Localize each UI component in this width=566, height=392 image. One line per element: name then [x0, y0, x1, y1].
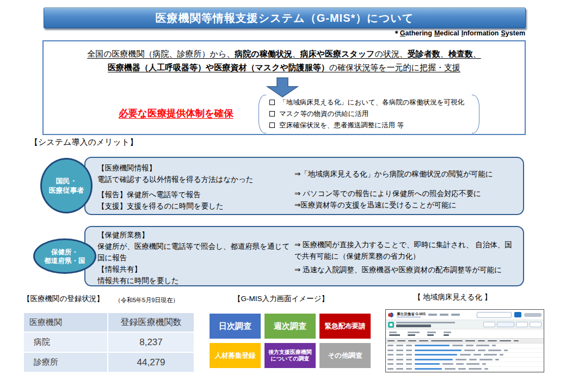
- cell-bar: [488, 350, 501, 351]
- overview-box: 全国の医療機関（病院、診療所）から、病院の稼働状況、病床や医療スタッフの状況、受…: [42, 40, 526, 135]
- table-header-row: 医療機関登録医療機関数: [24, 313, 194, 332]
- gmis-acronym-note: ＊GatheringMedicalInformationSystem: [393, 29, 525, 38]
- cell-bar: [396, 359, 403, 360]
- checklist-text: マスク等の物資の供給に活用: [279, 108, 368, 120]
- cell-bar: [466, 363, 479, 365]
- merit-before-column: 【保健所業務】保健所が、医療機関に電話等で照会し、都道府県を通じて国に報告【情報…: [85, 227, 292, 285]
- cell-bar: [476, 345, 489, 346]
- cell-bar: [469, 368, 482, 370]
- merit-after-column: ⇒ 医療機関が直接入力することで、即時に集計され、 自治体、国で共有可能に（保健…: [292, 227, 523, 285]
- column-header-bar: [500, 340, 511, 342]
- cell-bar: [387, 368, 393, 370]
- actor-label-line: 保健所・: [51, 248, 78, 256]
- checklist-text: 空床確保状況を、患者搬送調整に活用 等: [279, 120, 404, 131]
- cell-bar: [396, 354, 403, 356]
- overview-text-segment: の状況、: [374, 49, 407, 58]
- merit-box-government: 【保健所業務】保健所が、医療機関に電話等で照会し、都道府県を通じて国に報告【情報…: [84, 226, 524, 286]
- registration-heading: 【医療機関の登録状況】: [23, 294, 104, 304]
- acronym-word: Information: [462, 29, 499, 37]
- cell-bar: [442, 363, 453, 365]
- mhlw-logo-icon: [388, 312, 394, 318]
- link-cell-bar: [415, 354, 457, 356]
- overview-description: 全国の医療機関（病院、診療所）から、病院の稼働状況、病床や医療スタッフの状況、受…: [44, 41, 525, 74]
- screenshot-nav-item: [451, 314, 460, 316]
- usage-checklist: 「地域病床見える化」において、各病院の稼働状況を可視化マスク等の物資の供給に活用…: [259, 95, 479, 133]
- overview-text-segment: 、: [440, 49, 448, 58]
- column-header-bar: [397, 340, 405, 342]
- actor-ellipse-government: 保健所・都道府県・国: [33, 238, 96, 274]
- actor-ellipse-citizens: 国民・医療従事者: [40, 158, 93, 213]
- cell-bar: [387, 350, 393, 351]
- cell-bar: [445, 368, 456, 370]
- toolbar-button: [530, 322, 542, 327]
- row-value-cell: 44,279: [108, 353, 194, 372]
- registration-table: 医療機関登録医療機関数病院8,237診療所44,279: [23, 312, 195, 373]
- overview-text-segment: 全国の医療機関（病院、診療所）から、: [87, 49, 235, 58]
- screenshot-filters: [386, 329, 544, 338]
- overview-line-1: 全国の医療機関（病院、診療所）から、病院の稼働状況、病床や医療スタッフの状況、受…: [44, 47, 525, 60]
- row-label-cell: 病院: [24, 333, 107, 352]
- cell-bar: [396, 350, 403, 351]
- cell-bar: [406, 368, 412, 370]
- screenshot-table-row: [386, 358, 544, 363]
- survey-button[interactable]: 人材募集登録: [210, 343, 261, 368]
- cell-bar: [396, 363, 403, 365]
- survey-button[interactable]: 緊急配布要請: [319, 314, 371, 339]
- cell-bar: [460, 354, 471, 356]
- link-cell-bar: [415, 345, 450, 346]
- column-header-bar: [488, 340, 497, 342]
- column-header-bar: [431, 340, 463, 342]
- screenshot-table-row: [386, 362, 544, 367]
- cell-bar: [466, 345, 473, 346]
- cell-bar: [484, 368, 488, 370]
- survey-button[interactable]: その他調査: [319, 343, 371, 368]
- cell-bar: [387, 345, 393, 346]
- screenshot-app-subtitle-bar: [397, 316, 421, 318]
- checkbox-icon: [269, 111, 275, 117]
- survey-button[interactable]: 日次調査: [210, 314, 261, 339]
- cell-bar: [396, 345, 403, 346]
- cell-bar: [484, 354, 497, 356]
- screenshot-app-block: 厚生労働省 G-MIS: [397, 312, 426, 318]
- registration-date: （令和5年5月9日現在）: [115, 296, 179, 304]
- filter-label-bar: [408, 332, 420, 333]
- checklist-item: 空床確保状況を、患者搬送調整に活用 等: [268, 120, 470, 131]
- report-tile-icon: [388, 322, 394, 328]
- merit-before-column: 【医療機関情報】電話で確認する以外情報を得る方法はなかった【報告】保健所へ電話等…: [85, 158, 292, 214]
- cell-bar: [492, 345, 496, 346]
- report-toolbar: [483, 322, 542, 327]
- screenshot-search-button: [514, 312, 521, 317]
- cell-bar: [396, 368, 403, 370]
- cell-bar: [478, 350, 485, 351]
- cell-bar: [456, 363, 464, 365]
- cell-bar: [495, 359, 499, 360]
- screenshot-table-body: [386, 344, 544, 372]
- merit-line: ⇒ 迅速な入院調整、医療機器や医療資材の配布調整等が可能に: [294, 264, 519, 275]
- merit-line: 情報共有に時間を要した: [97, 275, 292, 286]
- screenshot-search-input: [477, 312, 512, 318]
- filter-group: [408, 332, 420, 336]
- cell-bar: [458, 368, 466, 370]
- merit-line: ⇒「地域病床見える化」から病院の稼働状況の閲覧が可能に: [294, 168, 519, 180]
- screenshot-report-bar: [386, 320, 544, 329]
- overview-text-segment: の確保状況等を一元的に把握・支援: [329, 63, 460, 72]
- table-row: 診療所44,279: [24, 353, 194, 372]
- merit-line: 【情報共有】: [97, 264, 292, 275]
- note-words: GatheringMedicalInformationSystem: [400, 29, 525, 37]
- filter-value-bar: [389, 334, 400, 336]
- survey-button[interactable]: 週次調査: [264, 314, 316, 339]
- link-cell-bar: [415, 368, 442, 370]
- cell-bar: [387, 354, 393, 356]
- cell-bar: [406, 354, 412, 356]
- table-header-cell: 医療機関: [24, 313, 107, 332]
- survey-button[interactable]: 後方支援医療機関 についての調査: [264, 343, 316, 368]
- merit-line: ⇒医療資材等の支援を迅速に受けることが可能に: [294, 199, 519, 211]
- screenshot-table-row: [386, 348, 544, 353]
- overview-text-segment: 検査数: [448, 49, 473, 58]
- goal-label: 必要な医療提供体制を確保: [119, 107, 233, 120]
- report-title-bar: [396, 324, 431, 327]
- screenshot-table-row: [386, 367, 544, 372]
- link-cell-bar: [415, 363, 440, 365]
- bed-visibility-heading: 【 地域病床見える化 】: [414, 292, 491, 302]
- merit-after-column: ⇒「地域病床見える化」から病院の稼働状況の閲覧が可能に⇒ パソコン等での報告によ…: [292, 158, 523, 214]
